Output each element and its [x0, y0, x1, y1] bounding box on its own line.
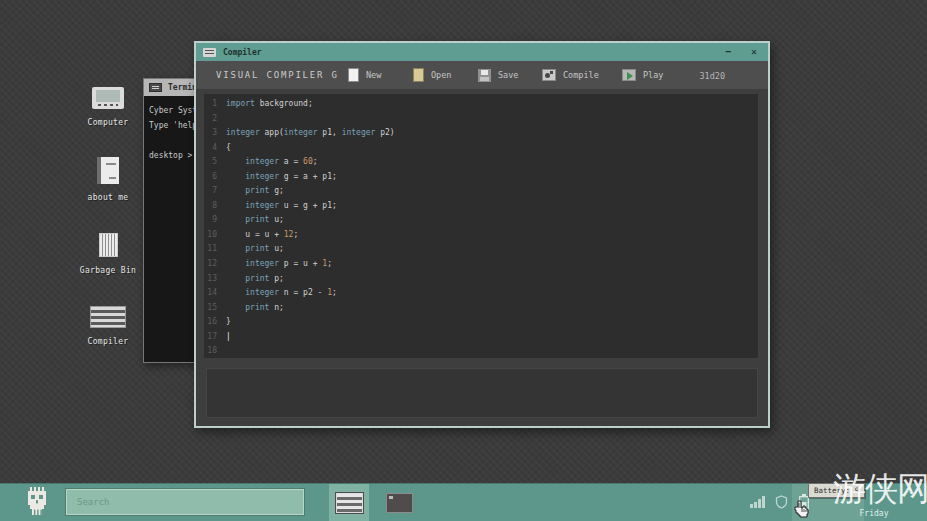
line-number: 12: [204, 257, 226, 272]
code-text: u = u + 12;: [226, 228, 298, 243]
terminal-window-icon: [386, 493, 413, 513]
window-controls: − ✕: [721, 43, 761, 61]
network-signal-button[interactable]: [745, 484, 771, 521]
line-number: 17: [204, 330, 226, 345]
save-icon: [478, 69, 491, 82]
compiler-toolbar: VISUAL COMPILER G NewOpenSaveCompilePlay…: [196, 61, 768, 89]
start-button[interactable]: [20, 487, 54, 519]
line-number: 4: [204, 141, 226, 156]
code-line: 4{: [204, 141, 758, 156]
code-text: print n;: [226, 301, 284, 316]
play-icon: [622, 69, 636, 81]
code-line: 8 integer u = g + p1;: [204, 199, 758, 214]
code-editor[interactable]: 1import background;23integer app(integer…: [204, 94, 758, 358]
line-number: 16: [204, 315, 226, 330]
compiler-window-icon: [336, 493, 363, 513]
compiler-window[interactable]: Compiler − ✕ VISUAL COMPILER G NewOpenSa…: [194, 41, 770, 428]
code-line: 2: [204, 112, 758, 127]
taskbar-compiler-button[interactable]: [329, 484, 369, 521]
compiler-title: Compiler: [223, 48, 262, 57]
code-text: integer app(integer p1, integer p2): [226, 126, 395, 141]
code-line: 5 integer a = 60;: [204, 155, 758, 170]
code-line: 15 print n;: [204, 301, 758, 316]
code-text: }: [226, 315, 231, 330]
code-text: integer n = p2 - 1;: [226, 286, 337, 301]
code-line: 13 print p;: [204, 272, 758, 287]
code-line: 17|: [204, 330, 758, 345]
clock-day: Friday: [844, 509, 904, 518]
compiler-titlebar[interactable]: Compiler − ✕: [196, 43, 768, 61]
skull-icon: [24, 487, 50, 520]
line-number: 7: [204, 184, 226, 199]
new-icon: [348, 68, 359, 82]
terminal-icon: [149, 83, 162, 92]
code-text: print p;: [226, 272, 284, 287]
about-me-icon: [97, 157, 119, 184]
app-name: VISUAL COMPILER G: [216, 70, 339, 80]
save-button[interactable]: Save: [478, 66, 518, 84]
code-line: 9 print u;: [204, 213, 758, 228]
output-console: [206, 368, 758, 418]
compile-icon: [542, 69, 556, 81]
line-number: 3: [204, 126, 226, 141]
code-line: 14 integer n = p2 - 1;: [204, 286, 758, 301]
code-line: 7 print g;: [204, 184, 758, 199]
line-number: 1: [204, 97, 226, 112]
close-button[interactable]: ✕: [747, 43, 761, 61]
line-number: 10: [204, 228, 226, 243]
code-line: 18: [204, 344, 758, 358]
shield-icon: [775, 495, 788, 512]
minimize-button[interactable]: −: [721, 43, 735, 61]
search-input[interactable]: [66, 489, 304, 515]
battery-tooltip: Battery: 9: [808, 483, 865, 498]
signal-bars-icon: [750, 496, 766, 511]
line-number: 9: [204, 213, 226, 228]
dice-counter: 31d20: [699, 71, 725, 81]
taskbar: Friday: [0, 483, 927, 521]
new-button[interactable]: New: [348, 66, 381, 84]
code-text: integer a = 60;: [226, 155, 318, 170]
open-button[interactable]: Open: [413, 66, 451, 84]
garbage-bin-icon: [99, 233, 118, 257]
toolbar-button-label: Save: [498, 70, 518, 80]
line-number: 13: [204, 272, 226, 287]
compile-button[interactable]: Compile: [542, 66, 599, 84]
code-line: 1import background;: [204, 97, 758, 112]
line-number: 11: [204, 242, 226, 257]
open-icon: [413, 68, 424, 82]
code-text: import background;: [226, 97, 313, 112]
toolbar-button-label: New: [366, 70, 381, 80]
compiler-icon: [90, 306, 126, 328]
code-line: 16}: [204, 315, 758, 330]
line-number: 6: [204, 170, 226, 185]
taskbar-terminal-button[interactable]: [379, 484, 419, 521]
play-button[interactable]: Play: [622, 66, 663, 84]
code-text: {: [226, 141, 231, 156]
code-text: |: [226, 330, 231, 345]
line-number: 15: [204, 301, 226, 316]
code-text: integer p = u + 1;: [226, 257, 332, 272]
desktop-screen: Computerabout meGarbage BinCompiler Term…: [0, 0, 927, 521]
code-line: 10 u = u + 12;: [204, 228, 758, 243]
computer-icon: [92, 87, 124, 109]
line-number: 18: [204, 344, 226, 358]
toolbar-button-label: Play: [643, 70, 663, 80]
toolbar-button-label: Open: [431, 70, 451, 80]
code-text: print u;: [226, 242, 284, 257]
line-number: 14: [204, 286, 226, 301]
code-line: 12 integer p = u + 1;: [204, 257, 758, 272]
code-line: 6 integer g = a + p1;: [204, 170, 758, 185]
code-line: 11 print u;: [204, 242, 758, 257]
code-text: print u;: [226, 213, 284, 228]
line-number: 2: [204, 112, 226, 127]
code-line: 3integer app(integer p1, integer p2): [204, 126, 758, 141]
security-shield-button[interactable]: [770, 484, 792, 521]
code-text: integer u = g + p1;: [226, 199, 337, 214]
line-number: 8: [204, 199, 226, 214]
code-text: integer g = a + p1;: [226, 170, 337, 185]
toolbar-button-label: Compile: [563, 70, 599, 80]
compiler-window-icon: [203, 48, 216, 57]
code-text: print g;: [226, 184, 284, 199]
line-number: 5: [204, 155, 226, 170]
